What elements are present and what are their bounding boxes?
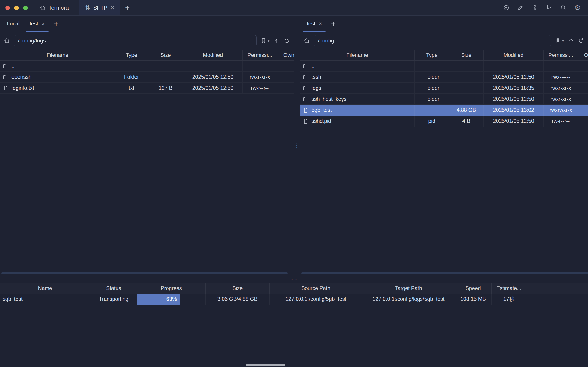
left-table-header: Filename Type Size Modified Permissi... … <box>0 50 294 61</box>
file-row[interactable]: 5gb_test 4.88 GB 2025/01/05 13:02 rwxrwx… <box>300 105 588 116</box>
progress-cell: 63% <box>137 294 205 305</box>
home-button[interactable] <box>304 37 310 44</box>
column-header-owner[interactable]: Owner <box>578 50 588 60</box>
right-path-input[interactable] <box>314 35 551 46</box>
file-type: Folder <box>415 72 449 83</box>
column-header-permissions[interactable]: Permissi... <box>242 50 277 60</box>
screen-record-icon[interactable] <box>503 4 510 11</box>
column-header-permissions[interactable]: Permissi... <box>544 50 578 60</box>
column-header-modified[interactable]: Modified <box>484 50 544 60</box>
minimize-window-button[interactable] <box>14 6 19 10</box>
column-header-size[interactable]: Size <box>205 283 270 293</box>
bookmark-icon <box>260 38 266 44</box>
file-permissions: rwxrwxr-x <box>544 105 578 116</box>
column-header-filename[interactable]: Filename <box>0 50 115 60</box>
pane-divider[interactable]: ⋮ <box>294 16 300 276</box>
file-row[interactable]: openssh Folder 2025/01/05 12:50 rwxr-xr-… <box>0 72 294 83</box>
tab-sftp[interactable]: ⇅ SFTP × <box>79 0 120 15</box>
left-new-session-button[interactable]: + <box>50 16 62 32</box>
file-name: .. <box>311 63 315 69</box>
right-pane-tabs: test × + <box>300 16 588 32</box>
column-header-source-path[interactable]: Source Path <box>270 283 362 293</box>
file-name: sshd.pid <box>311 118 331 124</box>
column-header-modified[interactable]: Modified <box>183 50 242 60</box>
transfer-panel-divider[interactable]: ⋯ <box>0 276 588 283</box>
transfer-source-path: 127.0.0.1:/config/5gb_test <box>270 294 362 305</box>
right-path-toolbar: ▾ <box>300 32 588 50</box>
file-row[interactable]: logs Folder 2025/01/05 18:35 rwxr-xr-x <box>300 83 588 94</box>
file-row[interactable]: sshd.pid pid 4 B 2025/01/05 12:50 rw-r--… <box>300 116 588 127</box>
tab-termora[interactable]: Termora <box>34 0 75 15</box>
left-parent-dir-button[interactable] <box>273 38 280 44</box>
file-row[interactable]: .ssh Folder 2025/01/05 12:50 rwx------ <box>300 72 588 83</box>
column-header-type[interactable]: Type <box>415 50 449 60</box>
file-permissions: rwxr-xr-x <box>544 83 578 94</box>
tab-local-label: Local <box>7 21 19 27</box>
left-path-input[interactable] <box>14 35 256 46</box>
file-owner <box>578 61 588 72</box>
right-horizontal-scrollbar-thumb[interactable] <box>301 272 588 275</box>
search-icon[interactable] <box>560 4 567 11</box>
column-header-progress[interactable]: Progress <box>137 283 205 293</box>
progress-bar: 63% <box>137 294 180 305</box>
tab-test-left[interactable]: test × <box>25 16 50 32</box>
file-size <box>449 94 484 105</box>
file-permissions: rw-r--r-- <box>242 83 277 94</box>
left-bookmarks-button[interactable]: ▾ <box>260 38 270 44</box>
right-new-session-button[interactable]: + <box>327 16 340 32</box>
left-path-toolbar: ▾ <box>0 32 294 50</box>
tab-test-right[interactable]: test × <box>302 16 327 32</box>
close-tab-icon[interactable]: × <box>319 21 322 27</box>
home-button[interactable] <box>4 37 10 44</box>
file-type: pid <box>415 116 449 127</box>
close-tab-icon[interactable]: × <box>111 5 114 11</box>
tab-test-right-label: test <box>307 21 315 27</box>
column-header-estimate[interactable]: Estimate... <box>492 283 526 293</box>
file-name: .. <box>11 63 15 69</box>
file-owner <box>277 72 294 83</box>
file-row[interactable]: ssh_host_keys Folder 2025/01/05 12:50 rw… <box>300 94 588 105</box>
file-icon <box>303 118 309 124</box>
folder-icon <box>3 63 9 69</box>
transfer-row[interactable]: 5gb_test Transporting 63% 3.06 GB/4.88 G… <box>0 294 588 305</box>
tab-local[interactable]: Local <box>2 16 25 32</box>
file-name: 5gb_test <box>311 107 332 113</box>
file-owner <box>578 116 588 127</box>
file-row[interactable]: .. <box>300 61 588 72</box>
file-permissions: rwx------ <box>544 72 578 83</box>
close-tab-icon[interactable]: × <box>41 21 45 27</box>
transfer-size: 3.06 GB/4.88 GB <box>205 294 270 305</box>
zoom-window-button[interactable] <box>23 6 28 10</box>
file-owner <box>277 83 294 94</box>
file-row[interactable]: loginfo.txt txt 127 B 2025/01/05 12:50 r… <box>0 83 294 94</box>
column-header-size[interactable]: Size <box>449 50 484 60</box>
column-header-status[interactable]: Status <box>90 283 137 293</box>
bookmark-filled-icon <box>555 38 561 44</box>
column-header-filename[interactable]: Filename <box>300 50 415 60</box>
key-icon[interactable] <box>531 4 538 11</box>
column-header-target-path[interactable]: Target Path <box>362 283 455 293</box>
folder-icon <box>303 96 309 102</box>
close-window-button[interactable] <box>5 6 10 10</box>
settings-icon[interactable]: ⚙ <box>574 4 581 11</box>
new-tab-button[interactable]: + <box>120 0 134 15</box>
column-header-type[interactable]: Type <box>115 50 148 60</box>
column-header-speed[interactable]: Speed <box>455 283 492 293</box>
column-header-size[interactable]: Size <box>148 50 183 60</box>
right-parent-dir-button[interactable] <box>568 38 574 44</box>
file-row[interactable]: .. <box>0 61 294 72</box>
right-bookmarks-button[interactable]: ▾ <box>555 38 564 44</box>
left-horizontal-scrollbar-thumb[interactable] <box>1 272 288 275</box>
edit-icon[interactable] <box>517 4 524 11</box>
branch-icon[interactable] <box>546 4 552 11</box>
column-header-owner[interactable]: Owner <box>277 50 294 60</box>
window-scrollbar-thumb[interactable] <box>246 364 285 366</box>
termora-window: Termora ⇅ SFTP × + ⚙ <box>0 0 588 367</box>
right-file-list: .. .ssh <box>300 61 588 276</box>
right-refresh-button[interactable] <box>578 38 584 44</box>
file-size <box>449 83 484 94</box>
left-refresh-button[interactable] <box>284 38 290 44</box>
file-name: .ssh <box>311 74 321 80</box>
column-header-name[interactable]: Name <box>0 283 90 293</box>
tab-sftp-label: SFTP <box>93 5 107 11</box>
